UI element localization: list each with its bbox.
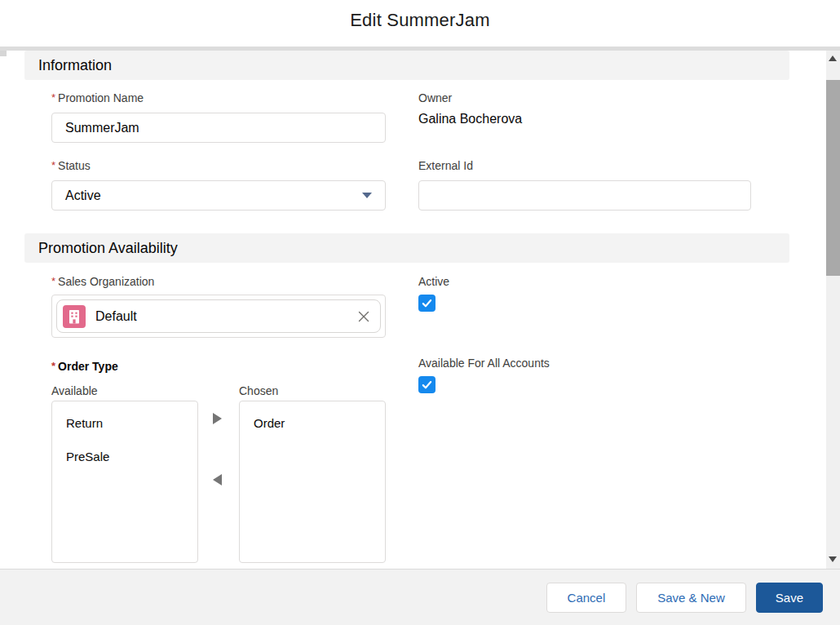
sales-organization-label: *Sales Organization [51, 275, 154, 288]
cancel-button[interactable]: Cancel [546, 583, 627, 613]
save-and-new-button[interactable]: Save & New [636, 583, 746, 613]
edit-record-modal: Edit SummerJam Information *Promotion Na… [0, 0, 840, 625]
move-to-chosen-button[interactable] [213, 412, 224, 425]
available-listbox-label: Available [51, 384, 98, 397]
scrolled-content-sliver [0, 51, 7, 56]
external-id-input[interactable] [418, 180, 751, 211]
sales-org-store-icon [63, 305, 86, 328]
listbox-option[interactable]: Order [254, 416, 385, 430]
modal-title: Edit SummerJam [0, 0, 840, 31]
promotion-name-input[interactable] [51, 113, 386, 143]
move-left-icon [213, 474, 222, 485]
owner-label: Owner [418, 91, 452, 104]
scroll-down-icon[interactable] [829, 556, 837, 562]
chevron-down-icon [362, 193, 372, 198]
active-label: Active [418, 275, 449, 288]
scroll-up-icon[interactable] [829, 55, 837, 61]
move-to-available-button[interactable] [213, 473, 224, 486]
external-id-label: External Id [418, 159, 473, 172]
section-header-promotion-availability: Promotion Availability [24, 233, 789, 263]
required-asterisk-icon: * [51, 360, 55, 372]
checkmark-icon [421, 379, 433, 391]
owner-value: Galina Bocherova [418, 112, 522, 126]
order-type-label: *Order Type [51, 360, 118, 373]
promotion-name-label: *Promotion Name [51, 91, 144, 104]
status-combobox[interactable]: Active [51, 180, 386, 211]
active-checkbox[interactable] [418, 295, 435, 312]
modal-header: Edit SummerJam [0, 0, 840, 46]
chosen-listbox-label: Chosen [239, 384, 278, 397]
chosen-listbox[interactable]: Order [239, 401, 386, 563]
available-listbox[interactable]: ReturnPreSale [51, 401, 198, 563]
sales-organization-value: Default [95, 309, 357, 324]
sales-organization-pill[interactable]: Default [56, 299, 381, 333]
section-header-information: Information [24, 51, 789, 80]
required-asterisk-icon: * [51, 159, 55, 171]
available-for-all-accounts-checkbox[interactable] [418, 376, 435, 393]
modal-footer: Cancel Save & New Save [0, 569, 840, 625]
required-asterisk-icon: * [51, 275, 55, 287]
required-asterisk-icon: * [51, 91, 55, 104]
scrollbar-thumb[interactable] [826, 80, 840, 276]
move-right-icon [213, 413, 222, 424]
status-value: Active [65, 188, 362, 203]
vertical-scrollbar[interactable] [826, 51, 840, 569]
save-button[interactable]: Save [756, 583, 823, 613]
remove-selection-icon[interactable] [357, 310, 370, 323]
listbox-option[interactable]: PreSale [66, 450, 197, 463]
checkmark-icon [421, 297, 433, 309]
listbox-option[interactable]: Return [66, 416, 197, 430]
available-for-all-accounts-label: Available For All Accounts [418, 357, 550, 370]
sales-organization-lookup[interactable]: Default [51, 295, 386, 338]
status-label: *Status [51, 159, 91, 172]
